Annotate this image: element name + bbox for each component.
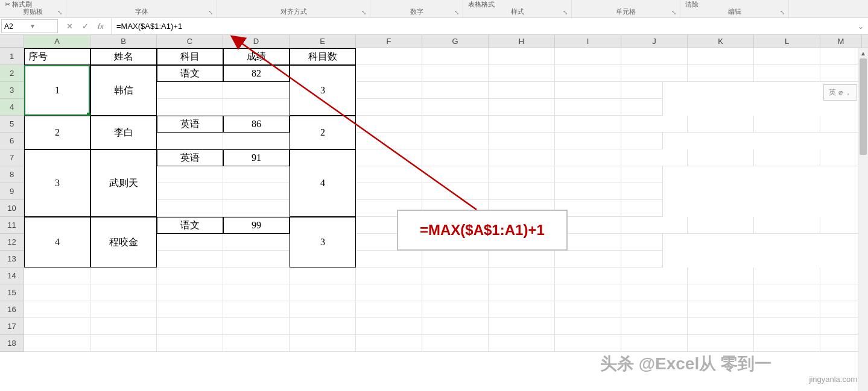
cell[interactable] (820, 65, 862, 82)
cell[interactable] (90, 318, 157, 335)
cell[interactable] (223, 200, 290, 217)
scrollbar-thumb[interactable] (860, 58, 867, 155)
formula-input[interactable]: =MAX($A$1:A1)+1 (112, 18, 854, 34)
cell[interactable] (820, 48, 862, 65)
cell[interactable]: 科目数 (290, 48, 356, 65)
cell[interactable] (555, 82, 621, 99)
cell[interactable]: 91 (223, 149, 290, 166)
cell[interactable] (489, 99, 555, 116)
cell[interactable] (489, 133, 555, 149)
cell[interactable] (223, 301, 290, 318)
cell[interactable] (820, 284, 862, 301)
dialog-launcher-icon[interactable]: ⤡ (562, 9, 569, 16)
cell[interactable] (688, 267, 754, 284)
row-header[interactable]: 16 (0, 301, 24, 318)
cell[interactable] (621, 318, 688, 335)
cell[interactable] (688, 301, 754, 318)
cell[interactable] (555, 301, 621, 318)
cell[interactable] (157, 234, 223, 251)
cell[interactable] (489, 116, 555, 133)
cell[interactable] (555, 149, 621, 166)
cell[interactable] (422, 267, 489, 284)
cell[interactable] (157, 133, 223, 149)
cell[interactable] (489, 48, 555, 65)
cell[interactable] (24, 267, 90, 284)
cell[interactable] (754, 301, 820, 318)
column-header[interactable]: B (90, 35, 157, 48)
cell[interactable] (820, 217, 862, 234)
cell[interactable] (290, 301, 356, 318)
cell[interactable] (555, 318, 621, 335)
cell[interactable] (754, 116, 820, 133)
cell[interactable] (688, 284, 754, 301)
cell[interactable] (24, 318, 90, 335)
cell[interactable] (621, 133, 663, 149)
cell[interactable] (356, 99, 422, 116)
cell[interactable] (489, 301, 555, 318)
cell[interactable]: 序号 (24, 48, 90, 65)
cell[interactable] (555, 251, 621, 267)
row-header[interactable]: 6 (0, 133, 24, 149)
cell[interactable] (621, 149, 688, 166)
cell[interactable] (621, 335, 688, 352)
cell[interactable] (754, 284, 820, 301)
chevron-down-icon[interactable]: ▼ (30, 23, 55, 30)
cell[interactable] (290, 318, 356, 335)
cell[interactable] (621, 251, 663, 267)
cell[interactable] (223, 284, 290, 301)
dialog-launcher-icon[interactable]: ⤡ (207, 9, 214, 16)
cell[interactable] (555, 99, 621, 116)
cell[interactable] (422, 251, 489, 267)
cell[interactable] (422, 284, 489, 301)
cell[interactable] (157, 99, 223, 116)
cell[interactable]: 3 (24, 149, 90, 217)
cell[interactable] (820, 116, 862, 133)
cell[interactable] (157, 200, 223, 217)
cell[interactable] (157, 335, 223, 352)
cell[interactable] (422, 335, 489, 352)
confirm-icon[interactable]: ✓ (77, 22, 93, 31)
cell[interactable] (223, 82, 290, 99)
cell[interactable] (820, 301, 862, 318)
cell[interactable] (356, 116, 422, 133)
cell[interactable] (157, 318, 223, 335)
cell[interactable] (422, 166, 489, 183)
cell[interactable]: 3 (290, 217, 356, 267)
row-header[interactable]: 2 (0, 65, 24, 82)
cell[interactable] (489, 318, 555, 335)
cell[interactable] (157, 183, 223, 200)
cell[interactable]: 程咬金 (90, 217, 157, 267)
cell[interactable] (555, 116, 621, 133)
cell[interactable] (157, 267, 223, 284)
cell[interactable] (489, 335, 555, 352)
cell[interactable]: 82 (223, 65, 290, 82)
cell[interactable] (754, 318, 820, 335)
cell[interactable] (489, 166, 555, 183)
cell[interactable] (621, 166, 663, 183)
cell[interactable] (489, 251, 555, 267)
expand-formula-bar-icon[interactable]: ⌄ (854, 18, 868, 34)
cell[interactable] (555, 335, 621, 352)
row-header[interactable]: 15 (0, 284, 24, 301)
cell[interactable] (688, 217, 754, 234)
cell[interactable] (555, 65, 621, 82)
cell[interactable] (422, 183, 489, 200)
cell[interactable]: 4 (24, 217, 90, 267)
cell[interactable] (688, 149, 754, 166)
cell[interactable] (555, 166, 621, 183)
row-header[interactable]: 3 (0, 82, 24, 99)
cell[interactable] (422, 65, 489, 82)
cell[interactable] (223, 99, 290, 116)
cell[interactable] (90, 267, 157, 284)
cell[interactable] (356, 133, 422, 149)
cell[interactable] (356, 267, 422, 284)
column-header[interactable]: K (688, 35, 754, 48)
cell[interactable]: 2 (24, 116, 90, 149)
cell[interactable] (24, 284, 90, 301)
cell[interactable] (754, 335, 820, 352)
cell[interactable] (422, 48, 489, 65)
cell[interactable] (621, 82, 663, 99)
cell[interactable] (820, 149, 862, 166)
cell[interactable] (621, 200, 663, 217)
cell[interactable] (356, 48, 422, 65)
